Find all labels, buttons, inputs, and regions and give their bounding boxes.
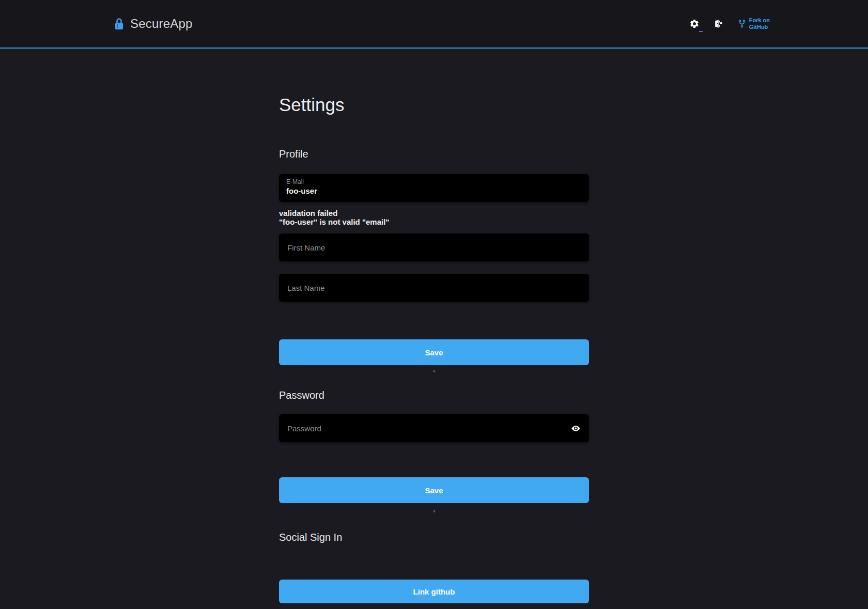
git-fork-icon (738, 19, 746, 29)
email-validation-error: validation failed "foo-user" is not vali… (279, 209, 589, 226)
save-password-button[interactable]: Save (279, 477, 589, 503)
settings-button[interactable] (687, 17, 702, 31)
first-name-input[interactable] (286, 243, 582, 253)
page-title: Settings (279, 94, 589, 116)
app-header: SecureApp (0, 0, 868, 49)
purple-underscore (699, 31, 703, 32)
profile-heading: Profile (279, 148, 589, 160)
password-field[interactable] (279, 414, 589, 442)
header-actions: Fork on GitHub (687, 17, 770, 31)
validation-error-line2: "foo-user" is not valid "email" (279, 217, 589, 226)
eye-icon (571, 424, 581, 433)
brand: SecureApp (115, 17, 193, 31)
password-heading: Password (279, 389, 589, 401)
fork-on-github-link[interactable]: Fork on GitHub (738, 17, 770, 30)
email-field[interactable]: E-Mail (279, 174, 589, 202)
logout-icon (713, 19, 723, 29)
social-sign-in-heading: Social Sign In (279, 531, 589, 543)
lock-icon (115, 18, 123, 30)
fork-link-text: Fork on GitHub (749, 17, 770, 30)
toggle-password-visibility-button[interactable] (570, 423, 582, 434)
email-field-label: E-Mail (286, 178, 582, 185)
loading-dot (433, 510, 435, 512)
last-name-field[interactable] (279, 274, 589, 302)
email-input[interactable] (286, 185, 582, 195)
loading-dot (433, 370, 435, 372)
last-name-input[interactable] (286, 283, 582, 293)
settings-page: Settings Profile E-Mail validation faile… (279, 94, 589, 603)
validation-error-line1: validation failed (279, 209, 589, 217)
gear-icon (689, 19, 700, 29)
logout-button[interactable] (711, 17, 725, 31)
first-name-field[interactable] (279, 233, 589, 261)
app-title: SecureApp (130, 17, 193, 31)
password-input[interactable] (286, 424, 570, 433)
link-github-button[interactable]: Link github (279, 580, 589, 603)
save-profile-button[interactable]: Save (279, 339, 589, 365)
